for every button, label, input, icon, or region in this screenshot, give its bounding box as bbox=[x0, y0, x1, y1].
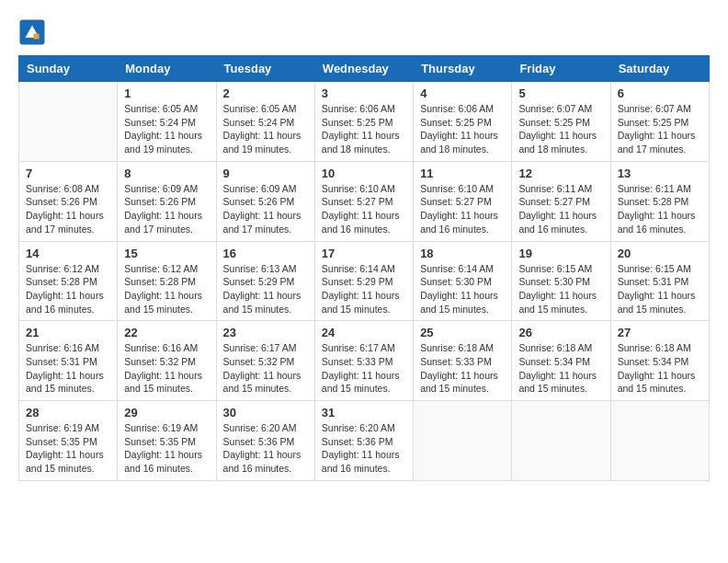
day-number: 30 bbox=[223, 406, 308, 419]
calendar-cell: 15Sunrise: 6:12 AMSunset: 5:28 PMDayligh… bbox=[118, 241, 216, 321]
weekday-header: Monday bbox=[118, 56, 216, 82]
day-number: 1 bbox=[124, 86, 209, 100]
calendar-cell: 3Sunrise: 6:06 AMSunset: 5:25 PMDaylight… bbox=[314, 82, 413, 162]
calendar-cell: 24Sunrise: 6:17 AMSunset: 5:33 PMDayligh… bbox=[314, 321, 413, 401]
day-number: 19 bbox=[518, 247, 603, 260]
calendar-cell: 17Sunrise: 6:14 AMSunset: 5:29 PMDayligh… bbox=[314, 241, 413, 321]
day-info: Sunrise: 6:05 AMSunset: 5:24 PMDaylight:… bbox=[223, 102, 308, 156]
day-info: Sunrise: 6:14 AMSunset: 5:29 PMDaylight:… bbox=[322, 262, 406, 316]
calendar-cell: 16Sunrise: 6:13 AMSunset: 5:29 PMDayligh… bbox=[216, 241, 314, 321]
day-number: 8 bbox=[124, 167, 209, 180]
day-info: Sunrise: 6:19 AMSunset: 5:35 PMDaylight:… bbox=[26, 421, 110, 476]
day-info: Sunrise: 6:18 AMSunset: 5:34 PMDaylight:… bbox=[618, 341, 702, 396]
calendar-week-row: 7Sunrise: 6:08 AMSunset: 5:26 PMDaylight… bbox=[19, 161, 710, 241]
calendar-cell: 14Sunrise: 6:12 AMSunset: 5:28 PMDayligh… bbox=[19, 241, 118, 321]
calendar-cell: 9Sunrise: 6:09 AMSunset: 5:26 PMDaylight… bbox=[216, 161, 314, 241]
day-number: 15 bbox=[124, 247, 209, 260]
day-info: Sunrise: 6:16 AMSunset: 5:31 PMDaylight:… bbox=[26, 341, 110, 396]
day-number: 26 bbox=[518, 326, 603, 339]
day-number: 17 bbox=[322, 247, 406, 260]
day-info: Sunrise: 6:17 AMSunset: 5:33 PMDaylight:… bbox=[322, 341, 406, 396]
weekday-header: Wednesday bbox=[314, 56, 413, 82]
day-number: 25 bbox=[420, 326, 505, 339]
calendar-cell: 27Sunrise: 6:18 AMSunset: 5:34 PMDayligh… bbox=[610, 321, 709, 401]
day-info: Sunrise: 6:18 AMSunset: 5:34 PMDaylight:… bbox=[518, 341, 603, 396]
calendar-cell bbox=[610, 401, 709, 481]
logo-icon bbox=[18, 18, 46, 46]
day-info: Sunrise: 6:13 AMSunset: 5:29 PMDaylight:… bbox=[223, 262, 308, 316]
calendar-cell: 7Sunrise: 6:08 AMSunset: 5:26 PMDaylight… bbox=[19, 161, 118, 241]
day-info: Sunrise: 6:07 AMSunset: 5:25 PMDaylight:… bbox=[618, 102, 702, 156]
calendar-cell: 26Sunrise: 6:18 AMSunset: 5:34 PMDayligh… bbox=[512, 321, 610, 401]
calendar-cell: 5Sunrise: 6:07 AMSunset: 5:25 PMDaylight… bbox=[512, 82, 610, 162]
calendar-cell: 12Sunrise: 6:11 AMSunset: 5:27 PMDayligh… bbox=[512, 161, 610, 241]
calendar-cell: 29Sunrise: 6:19 AMSunset: 5:35 PMDayligh… bbox=[118, 401, 216, 481]
day-number: 2 bbox=[223, 86, 308, 100]
day-number: 18 bbox=[420, 247, 505, 260]
day-info: Sunrise: 6:18 AMSunset: 5:33 PMDaylight:… bbox=[420, 341, 505, 396]
weekday-header: Friday bbox=[512, 56, 610, 82]
day-info: Sunrise: 6:11 AMSunset: 5:28 PMDaylight:… bbox=[618, 182, 702, 236]
day-number: 20 bbox=[618, 247, 702, 260]
calendar-cell: 20Sunrise: 6:15 AMSunset: 5:31 PMDayligh… bbox=[610, 241, 709, 321]
calendar-cell: 23Sunrise: 6:17 AMSunset: 5:32 PMDayligh… bbox=[216, 321, 314, 401]
day-info: Sunrise: 6:15 AMSunset: 5:30 PMDaylight:… bbox=[518, 262, 603, 316]
day-number: 14 bbox=[26, 247, 110, 260]
day-number: 24 bbox=[322, 326, 406, 339]
calendar-cell: 6Sunrise: 6:07 AMSunset: 5:25 PMDaylight… bbox=[610, 82, 709, 162]
calendar-cell: 4Sunrise: 6:06 AMSunset: 5:25 PMDaylight… bbox=[414, 82, 512, 162]
weekday-header: Sunday bbox=[19, 56, 118, 82]
day-info: Sunrise: 6:17 AMSunset: 5:32 PMDaylight:… bbox=[223, 341, 308, 396]
day-info: Sunrise: 6:12 AMSunset: 5:28 PMDaylight:… bbox=[26, 262, 110, 316]
calendar-cell: 31Sunrise: 6:20 AMSunset: 5:36 PMDayligh… bbox=[314, 401, 413, 481]
day-info: Sunrise: 6:06 AMSunset: 5:25 PMDaylight:… bbox=[420, 102, 505, 156]
day-info: Sunrise: 6:14 AMSunset: 5:30 PMDaylight:… bbox=[420, 262, 505, 316]
day-number: 10 bbox=[322, 167, 406, 180]
calendar-cell: 1Sunrise: 6:05 AMSunset: 5:24 PMDaylight… bbox=[118, 82, 216, 162]
calendar-cell: 30Sunrise: 6:20 AMSunset: 5:36 PMDayligh… bbox=[216, 401, 314, 481]
svg-marker-2 bbox=[34, 34, 40, 40]
day-number: 22 bbox=[124, 326, 209, 339]
day-number: 16 bbox=[223, 247, 308, 260]
calendar-cell: 2Sunrise: 6:05 AMSunset: 5:24 PMDaylight… bbox=[216, 82, 314, 162]
day-info: Sunrise: 6:08 AMSunset: 5:26 PMDaylight:… bbox=[26, 182, 110, 236]
day-number: 27 bbox=[618, 326, 702, 339]
day-info: Sunrise: 6:15 AMSunset: 5:31 PMDaylight:… bbox=[618, 262, 702, 316]
day-number: 12 bbox=[518, 167, 603, 180]
calendar: SundayMondayTuesdayWednesdayThursdayFrid… bbox=[18, 55, 710, 481]
calendar-cell bbox=[19, 82, 118, 162]
calendar-cell: 8Sunrise: 6:09 AMSunset: 5:26 PMDaylight… bbox=[118, 161, 216, 241]
day-number: 6 bbox=[618, 86, 702, 100]
day-info: Sunrise: 6:20 AMSunset: 5:36 PMDaylight:… bbox=[223, 421, 308, 476]
logo bbox=[18, 18, 51, 46]
day-number: 7 bbox=[26, 167, 110, 180]
calendar-cell: 18Sunrise: 6:14 AMSunset: 5:30 PMDayligh… bbox=[414, 241, 512, 321]
day-number: 21 bbox=[26, 326, 110, 339]
weekday-header: Saturday bbox=[610, 56, 709, 82]
calendar-cell: 28Sunrise: 6:19 AMSunset: 5:35 PMDayligh… bbox=[19, 401, 118, 481]
day-number: 3 bbox=[322, 86, 406, 100]
day-info: Sunrise: 6:10 AMSunset: 5:27 PMDaylight:… bbox=[322, 182, 406, 236]
calendar-cell: 21Sunrise: 6:16 AMSunset: 5:31 PMDayligh… bbox=[19, 321, 118, 401]
day-info: Sunrise: 6:11 AMSunset: 5:27 PMDaylight:… bbox=[518, 182, 603, 236]
day-info: Sunrise: 6:19 AMSunset: 5:35 PMDaylight:… bbox=[124, 421, 209, 476]
day-info: Sunrise: 6:09 AMSunset: 5:26 PMDaylight:… bbox=[124, 182, 209, 236]
calendar-week-row: 14Sunrise: 6:12 AMSunset: 5:28 PMDayligh… bbox=[19, 241, 710, 321]
day-info: Sunrise: 6:20 AMSunset: 5:36 PMDaylight:… bbox=[322, 421, 406, 476]
day-number: 4 bbox=[420, 86, 505, 100]
day-number: 13 bbox=[618, 167, 702, 180]
calendar-cell: 22Sunrise: 6:16 AMSunset: 5:32 PMDayligh… bbox=[118, 321, 216, 401]
calendar-cell: 13Sunrise: 6:11 AMSunset: 5:28 PMDayligh… bbox=[610, 161, 709, 241]
day-number: 9 bbox=[223, 167, 308, 180]
day-number: 5 bbox=[518, 86, 603, 100]
calendar-week-row: 28Sunrise: 6:19 AMSunset: 5:35 PMDayligh… bbox=[19, 401, 710, 481]
calendar-cell bbox=[512, 401, 610, 481]
calendar-cell: 19Sunrise: 6:15 AMSunset: 5:30 PMDayligh… bbox=[512, 241, 610, 321]
calendar-cell: 11Sunrise: 6:10 AMSunset: 5:27 PMDayligh… bbox=[414, 161, 512, 241]
calendar-cell: 10Sunrise: 6:10 AMSunset: 5:27 PMDayligh… bbox=[314, 161, 413, 241]
page-header bbox=[18, 18, 710, 46]
day-number: 31 bbox=[322, 406, 406, 419]
calendar-cell bbox=[414, 401, 512, 481]
weekday-header: Thursday bbox=[414, 56, 512, 82]
day-info: Sunrise: 6:10 AMSunset: 5:27 PMDaylight:… bbox=[420, 182, 505, 236]
